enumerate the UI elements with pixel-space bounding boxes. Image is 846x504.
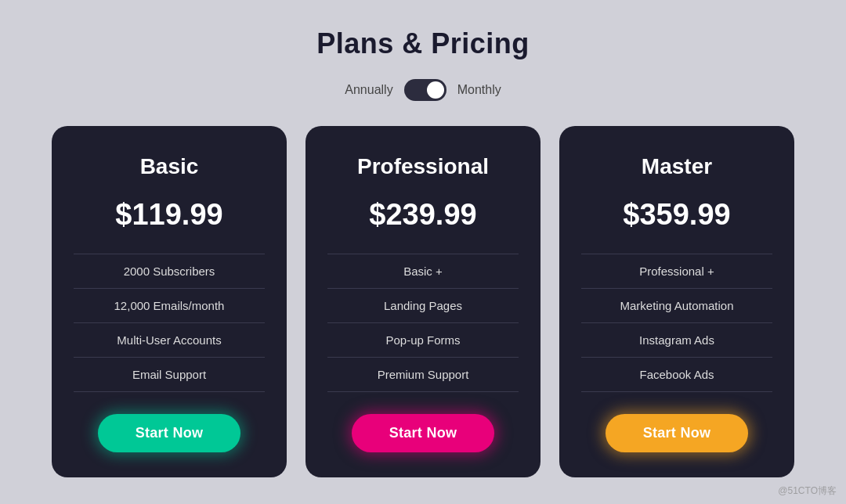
feature-item: Landing Pages (327, 289, 519, 323)
monthly-label: Monthly (457, 83, 501, 97)
feature-item: Pop-up Forms (327, 323, 519, 358)
basic-start-button[interactable]: Start Now (98, 414, 241, 452)
feature-item: Facebook Ads (581, 358, 772, 392)
feature-item: Professional + (581, 254, 772, 289)
pricing-cards-row: Basic$119.992000 Subscribers12,000 Email… (52, 126, 794, 477)
feature-item: Marketing Automation (581, 289, 772, 323)
professional-features-list: Basic +Landing PagesPop-up FormsPremium … (327, 254, 519, 392)
master-plan-name: Master (642, 154, 712, 179)
feature-item: 2000 Subscribers (74, 254, 265, 289)
feature-item: 12,000 Emails/month (74, 289, 265, 323)
master-start-button[interactable]: Start Now (606, 414, 749, 452)
plan-card-master: Master$359.99Professional +Marketing Aut… (559, 126, 794, 477)
billing-toggle-row: Annually Monthly (345, 79, 501, 101)
feature-item: Email Support (74, 358, 265, 392)
toggle-knob (427, 81, 444, 99)
master-plan-price: $359.99 (623, 198, 730, 232)
basic-features-list: 2000 Subscribers12,000 Emails/monthMulti… (74, 254, 265, 392)
page-title: Plans & Pricing (316, 27, 530, 60)
billing-toggle[interactable] (404, 79, 446, 101)
professional-plan-price: $239.99 (369, 198, 476, 232)
annually-label: Annually (345, 83, 392, 97)
feature-item: Multi-User Accounts (74, 323, 265, 358)
feature-item: Instagram Ads (581, 323, 772, 358)
professional-start-button[interactable]: Start Now (352, 414, 495, 452)
master-features-list: Professional +Marketing AutomationInstag… (581, 254, 772, 392)
plan-card-basic: Basic$119.992000 Subscribers12,000 Email… (52, 126, 287, 477)
page-wrapper: Plans & Pricing Annually Monthly Basic$1… (0, 4, 846, 501)
feature-item: Premium Support (327, 358, 519, 392)
professional-plan-name: Professional (357, 154, 489, 179)
plan-card-professional: Professional$239.99Basic +Landing PagesP… (306, 126, 540, 477)
feature-item: Basic + (327, 254, 519, 289)
basic-plan-name: Basic (140, 154, 199, 179)
basic-plan-price: $119.99 (115, 198, 222, 232)
watermark: @51CTO博客 (778, 484, 837, 498)
